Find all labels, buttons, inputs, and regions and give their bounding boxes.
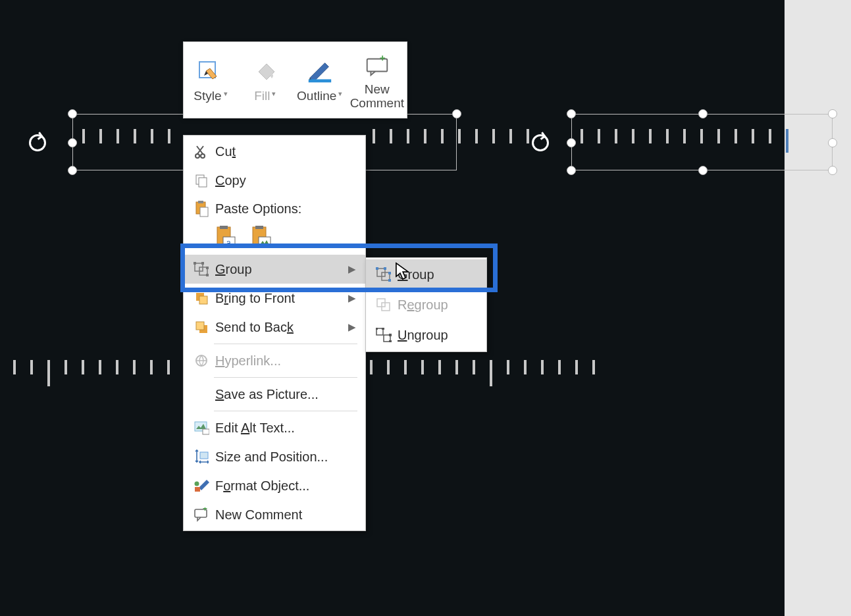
ruler-shape-1b bbox=[373, 129, 544, 143]
ctx-format-object[interactable]: Format Object... bbox=[184, 471, 365, 500]
svg-rect-40 bbox=[388, 272, 391, 274]
separator bbox=[214, 377, 357, 378]
group-icon bbox=[190, 262, 213, 276]
mini-outline-button[interactable]: Outline▾ bbox=[292, 42, 347, 118]
alt-text-icon bbox=[190, 421, 213, 435]
ruler-shape-3 bbox=[13, 360, 184, 386]
svg-rect-7 bbox=[199, 178, 207, 187]
svg-text:+: + bbox=[380, 53, 386, 63]
ctx-edit-alt-text[interactable]: Edit Alt Text... bbox=[184, 413, 365, 442]
paste-option-keep-formatting[interactable]: a bbox=[214, 224, 238, 249]
paste-options-row: a bbox=[184, 222, 365, 255]
mini-toolbar: Style▾ Fill▾ Outline▾ + New Comment bbox=[183, 41, 407, 118]
svg-rect-33 bbox=[195, 487, 200, 492]
ctx-save-as-picture[interactable]: Save as Picture... bbox=[184, 380, 365, 409]
svg-rect-9 bbox=[198, 201, 203, 203]
ctx-copy[interactable]: Copy bbox=[184, 166, 365, 195]
ctx-new-comment[interactable]: + New Comment bbox=[184, 500, 365, 529]
sub-group[interactable]: Group bbox=[366, 259, 486, 290]
regroup-icon bbox=[373, 297, 395, 312]
ruler-shape-1 bbox=[82, 129, 185, 143]
svg-rect-25 bbox=[199, 296, 207, 304]
separator bbox=[214, 344, 357, 344]
outline-icon bbox=[306, 58, 334, 86]
mini-style-label: Style bbox=[193, 89, 221, 103]
mini-new-comment-label: New Comment bbox=[350, 83, 404, 111]
mini-fill-button[interactable]: Fill▾ bbox=[238, 42, 292, 118]
submenu-arrow-icon: ▶ bbox=[348, 292, 356, 304]
ctx-send-to-back[interactable]: Send to Back ▶ bbox=[184, 313, 365, 342]
mini-new-comment-button[interactable]: + New Comment bbox=[347, 42, 407, 118]
svg-rect-22 bbox=[206, 267, 209, 269]
sub-ungroup[interactable]: Ungroup bbox=[366, 320, 486, 350]
ungroup-icon bbox=[373, 328, 395, 342]
svg-rect-10 bbox=[200, 207, 208, 217]
svg-rect-16 bbox=[255, 226, 263, 229]
ctx-size-and-position[interactable]: Size and Position... bbox=[184, 442, 365, 471]
fill-icon bbox=[251, 58, 279, 86]
svg-rect-20 bbox=[193, 262, 196, 265]
svg-rect-27 bbox=[196, 322, 204, 330]
group-submenu: Group Regroup Ungroup bbox=[365, 257, 487, 352]
new-comment-icon: + bbox=[363, 51, 391, 79]
svg-text:a: a bbox=[226, 238, 231, 247]
svg-rect-1 bbox=[309, 80, 331, 83]
ruler-shape-2 bbox=[580, 129, 803, 153]
hyperlink-icon bbox=[190, 353, 213, 368]
submenu-arrow-icon: ▶ bbox=[348, 321, 356, 333]
svg-rect-49 bbox=[389, 340, 392, 342]
copy-icon bbox=[190, 173, 213, 188]
send-to-back-icon bbox=[190, 320, 213, 334]
svg-rect-30 bbox=[203, 429, 209, 434]
svg-point-32 bbox=[195, 482, 199, 486]
svg-rect-21 bbox=[201, 262, 204, 265]
svg-point-5 bbox=[201, 154, 205, 158]
new-comment-icon: + bbox=[190, 507, 213, 522]
size-position-icon bbox=[190, 449, 213, 465]
svg-rect-31 bbox=[200, 452, 208, 459]
svg-rect-38 bbox=[376, 267, 378, 270]
ctx-cut[interactable]: Cut bbox=[184, 137, 365, 166]
svg-rect-46 bbox=[376, 328, 378, 330]
sub-regroup: Regroup bbox=[366, 290, 486, 320]
ctx-paste-options-label: Paste Options: bbox=[184, 195, 365, 222]
right-margin bbox=[785, 0, 851, 616]
mini-fill-label: Fill bbox=[254, 89, 270, 103]
svg-rect-41 bbox=[388, 279, 391, 282]
submenu-arrow-icon: ▶ bbox=[348, 263, 356, 275]
ctx-group[interactable]: Group ▶ bbox=[184, 255, 365, 284]
svg-rect-12 bbox=[220, 226, 228, 229]
format-object-icon bbox=[190, 478, 213, 493]
ctx-hyperlink: Hyperlink... bbox=[184, 346, 365, 375]
svg-text:+: + bbox=[203, 507, 207, 513]
bring-to-front-icon bbox=[190, 291, 213, 305]
rotate-handle-left[interactable] bbox=[29, 134, 46, 151]
separator bbox=[214, 411, 357, 411]
paste-option-picture[interactable] bbox=[249, 224, 273, 249]
style-icon bbox=[197, 58, 224, 86]
mini-outline-label: Outline bbox=[297, 89, 336, 103]
mini-style-button[interactable]: Style▾ bbox=[184, 42, 238, 118]
svg-rect-23 bbox=[206, 274, 209, 276]
svg-point-4 bbox=[195, 154, 199, 158]
svg-rect-48 bbox=[389, 334, 392, 336]
cut-icon bbox=[190, 144, 213, 159]
svg-rect-17 bbox=[259, 237, 271, 247]
paste-icon bbox=[190, 200, 213, 217]
ruler-shape-3b bbox=[370, 360, 609, 386]
context-menu: Cut Copy Paste Options: a Group ▶ Bring … bbox=[183, 135, 366, 531]
group-icon bbox=[373, 267, 395, 282]
svg-rect-39 bbox=[384, 267, 386, 270]
ctx-bring-to-front[interactable]: Bring to Front ▶ bbox=[184, 284, 365, 313]
svg-rect-47 bbox=[382, 328, 384, 330]
